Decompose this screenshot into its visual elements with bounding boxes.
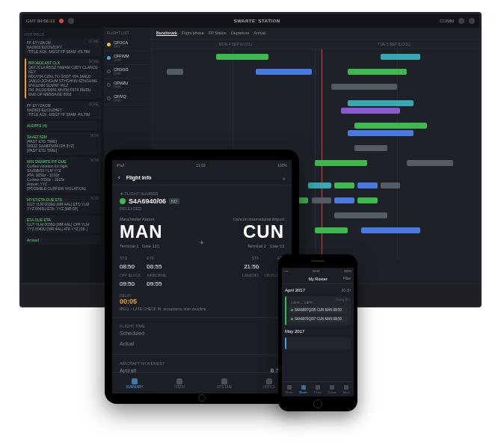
flight-list-item[interactable]: CFMZUDMK bbox=[104, 79, 150, 92]
time-value: 08:50 bbox=[120, 263, 141, 270]
status-dot-icon bbox=[107, 43, 111, 46]
gantt-bar[interactable] bbox=[348, 69, 407, 75]
home-button[interactable] bbox=[198, 394, 206, 402]
phone-nav: My Roster Filter bbox=[282, 274, 354, 284]
tab-item[interactable]: OPS DUE bbox=[202, 373, 247, 393]
gear-icon[interactable] bbox=[458, 18, 464, 24]
time-value: 08:55 bbox=[147, 263, 166, 270]
gantt-bar[interactable] bbox=[348, 100, 414, 106]
plane-icon: ✈ bbox=[197, 238, 207, 248]
msg-header: FSR MSGS bbox=[25, 32, 101, 37]
pairing-card[interactable] bbox=[285, 337, 351, 349]
flight-list-item[interactable]: CFFWMDMK bbox=[104, 52, 150, 65]
tab-icon bbox=[176, 378, 182, 384]
flight-list-header: FLIGHT LIST bbox=[104, 31, 150, 38]
delay-value: 00:05 bbox=[120, 298, 284, 305]
home-button[interactable] bbox=[313, 399, 322, 408]
gantt-bar[interactable] bbox=[334, 197, 354, 203]
gantt-filter-tab[interactable]: Flight phase bbox=[182, 31, 204, 36]
dep-terminal: Terminal 1 Gate 11C bbox=[120, 244, 189, 248]
gantt-bar[interactable] bbox=[357, 182, 377, 188]
tablet-device: iPad 11:02 100% ‹ Flight Info ⏚ ★ FLIGHT… bbox=[105, 150, 299, 404]
delay-desc: RS11 – LATE CHECK IN, acceptance after d… bbox=[120, 307, 284, 311]
tab-item[interactable]: CREW bbox=[157, 373, 202, 393]
gantt-filter-tab[interactable]: Benchmark bbox=[156, 31, 177, 36]
tab-item[interactable]: Week bbox=[282, 382, 296, 396]
tab-icon bbox=[287, 385, 292, 390]
phone-tabbar: WeekMonthPlansDutiesMore bbox=[282, 381, 354, 396]
message-item[interactable]: MIN SWARTE F/F DUENOWCurfew violation fo… bbox=[25, 157, 101, 193]
gantt-bar[interactable] bbox=[334, 212, 387, 218]
gantt-bar[interactable] bbox=[381, 182, 400, 188]
time-header: STA bbox=[242, 256, 259, 260]
actual-row: Actual bbox=[120, 339, 284, 349]
tab-item[interactable]: SUMMARY bbox=[112, 373, 157, 393]
message-item[interactable]: ALERTS (4) bbox=[25, 121, 101, 130]
wifi-icon: ⏚ bbox=[283, 176, 286, 180]
message-item[interactable]: DONEFF EYYZACM NA0303 EUCNZHEY -TITLE AC… bbox=[25, 101, 101, 119]
time-header: OFF BLOCK bbox=[120, 273, 141, 277]
gantt-bar[interactable] bbox=[312, 197, 331, 203]
flight-badge: NO bbox=[169, 198, 179, 204]
gantt-filter-tab[interactable]: FP Status bbox=[209, 31, 227, 36]
aircraft-row[interactable]: AircraftB.767 bbox=[120, 366, 284, 372]
gantt-bar[interactable] bbox=[334, 182, 354, 188]
date-right: TUE 5 SEP (LOCL) bbox=[315, 42, 473, 46]
gantt-bar[interactable] bbox=[348, 130, 414, 136]
dep-code: MAN bbox=[120, 221, 189, 242]
time-header: LANDING bbox=[242, 273, 259, 277]
gantt-bar[interactable] bbox=[341, 108, 400, 114]
account-label[interactable]: COMM bbox=[440, 19, 454, 23]
gantt-bar[interactable] bbox=[407, 160, 453, 166]
month-label: April 2017 bbox=[285, 288, 305, 292]
alert-badge-icon[interactable] bbox=[59, 19, 64, 23]
tab-item[interactable]: Duties bbox=[325, 382, 339, 396]
gantt-bar[interactable] bbox=[308, 182, 331, 188]
tab-item[interactable]: Month bbox=[296, 382, 310, 396]
message-panel: FSR MSGS DONEFF EYYZACM NA0003 EUCNZOFY … bbox=[22, 28, 104, 283]
flight-list-item[interactable]: CFOCAS4A bbox=[104, 38, 150, 52]
message-item[interactable]: MYST/ETA DUE ETANOWGUT YLM 0039U [MR:4AL… bbox=[25, 195, 101, 213]
message-item[interactable]: SAAETS2MNOW[PAST ETD TIME] 0002Z SAABT5/… bbox=[25, 132, 101, 155]
status-dot-icon bbox=[107, 96, 111, 100]
tablet-nav: ‹ Flight Info ⏚ bbox=[112, 171, 292, 185]
pairing-card[interactable]: 2 APR — 4 APR Pairing 40 S4A6897Q/05 CUN… bbox=[285, 296, 351, 325]
avatar-icon[interactable] bbox=[469, 18, 475, 24]
phone-statusbar: •••• 09:41 100% bbox=[282, 268, 354, 274]
bell-icon[interactable] bbox=[68, 18, 74, 24]
filter-button[interactable]: Filter bbox=[343, 277, 351, 280]
gantt-bar[interactable] bbox=[256, 69, 312, 75]
message-item[interactable]: Arrived bbox=[25, 236, 101, 245]
time-value: 09:55 bbox=[147, 280, 166, 287]
message-item[interactable]: ETA DUE ETAGUT YLM 0039U [MR:4AL] CFF YL… bbox=[25, 215, 101, 233]
back-button[interactable]: ‹ bbox=[118, 174, 120, 181]
gantt-bar[interactable] bbox=[315, 227, 348, 233]
tab-item[interactable]: Plans bbox=[310, 382, 325, 396]
phone-device: •••• 09:41 100% My Roster Filter April 2… bbox=[278, 254, 357, 411]
gantt-filter-tab[interactable]: Departure bbox=[231, 31, 249, 36]
flight-status-label: ★ FLIGHT NUMBER bbox=[120, 191, 284, 196]
status-dot-icon bbox=[107, 70, 111, 73]
time-value bbox=[242, 280, 259, 287]
flight-list-item[interactable]: CFIVQDMK bbox=[104, 92, 150, 105]
gantt-bar[interactable] bbox=[216, 54, 268, 60]
status-dot-icon bbox=[291, 309, 293, 311]
gantt-bar[interactable] bbox=[315, 160, 367, 166]
gantt-bar[interactable] bbox=[361, 227, 420, 233]
flight-list-item[interactable]: CFDGGDMK bbox=[104, 65, 150, 79]
tab-icon bbox=[221, 378, 227, 384]
gantt-bar[interactable] bbox=[357, 197, 377, 203]
message-item[interactable]: DONEFF EYYZACM NA0003 EUCNZOFY -TITLE AC… bbox=[25, 38, 101, 56]
gantt-filter-tab[interactable]: Arrival bbox=[253, 31, 265, 36]
tab-item[interactable]: More bbox=[339, 382, 354, 396]
time-header: STD bbox=[120, 256, 141, 260]
gantt-bar[interactable] bbox=[354, 123, 427, 129]
flight-line[interactable]: S4A6897Q/05 CUN MAN 08:50 bbox=[288, 307, 348, 313]
message-item[interactable]: BROADCAST CLXDONEQETJCLA RSSZ TAMAM CZDY… bbox=[25, 58, 101, 99]
gantt-bar[interactable] bbox=[167, 69, 183, 75]
gantt-bar[interactable] bbox=[331, 84, 397, 90]
flight-line[interactable]: S4A6970Q/07 CUN MAN 08:50 bbox=[288, 316, 348, 322]
gantt-bar[interactable] bbox=[381, 54, 420, 60]
released-label: RELEASED bbox=[120, 206, 284, 211]
gantt-bar[interactable] bbox=[354, 145, 387, 151]
